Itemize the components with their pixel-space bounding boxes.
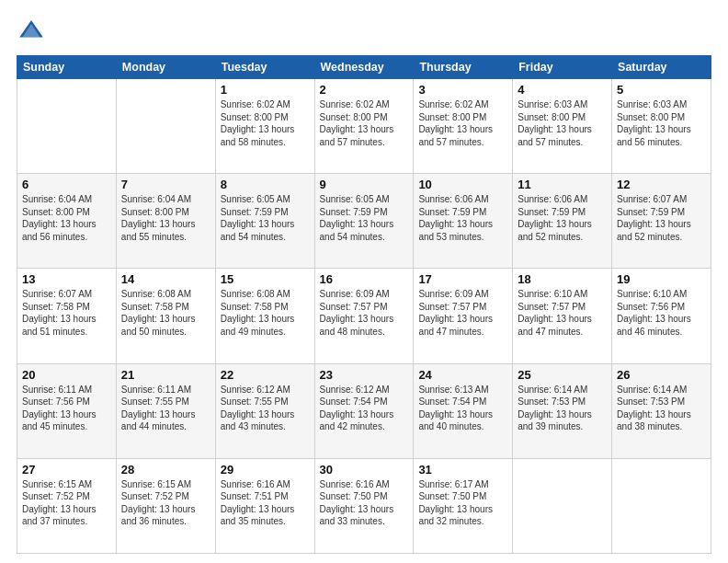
day-number: 27: [22, 463, 111, 477]
day-info: Sunrise: 6:04 AM Sunset: 8:00 PM Dayligh…: [22, 193, 111, 243]
day-info: Sunrise: 6:11 AM Sunset: 7:56 PM Dayligh…: [22, 384, 111, 433]
day-number: 13: [22, 272, 111, 286]
day-number: 31: [418, 463, 507, 477]
calendar-cell: 23Sunrise: 6:12 AM Sunset: 7:54 PM Dayli…: [314, 363, 414, 458]
day-info: Sunrise: 6:02 AM Sunset: 8:00 PM Dayligh…: [418, 98, 507, 148]
day-number: 25: [518, 368, 607, 382]
day-info: Sunrise: 6:07 AM Sunset: 7:59 PM Dayligh…: [617, 193, 706, 243]
day-number: 20: [22, 368, 111, 382]
calendar-week-3: 13Sunrise: 6:07 AM Sunset: 7:58 PM Dayli…: [17, 269, 711, 363]
day-info: Sunrise: 6:15 AM Sunset: 7:52 PM Dayligh…: [121, 478, 210, 528]
weekday-thursday: Thursday: [414, 56, 513, 79]
day-info: Sunrise: 6:02 AM Sunset: 8:00 PM Dayligh…: [221, 98, 310, 148]
day-info: Sunrise: 6:12 AM Sunset: 7:54 PM Dayligh…: [320, 384, 409, 433]
weekday-tuesday: Tuesday: [215, 56, 314, 79]
calendar-cell: 17Sunrise: 6:09 AM Sunset: 7:57 PM Dayli…: [414, 269, 513, 363]
day-info: Sunrise: 6:03 AM Sunset: 8:00 PM Dayligh…: [518, 98, 607, 148]
day-info: Sunrise: 6:05 AM Sunset: 7:59 PM Dayligh…: [320, 193, 409, 243]
logo-icon: [17, 17, 46, 46]
day-info: Sunrise: 6:16 AM Sunset: 7:51 PM Dayligh…: [221, 478, 310, 528]
day-info: Sunrise: 6:13 AM Sunset: 7:54 PM Dayligh…: [418, 384, 507, 433]
calendar-week-5: 27Sunrise: 6:15 AM Sunset: 7:52 PM Dayli…: [17, 458, 711, 553]
day-info: Sunrise: 6:14 AM Sunset: 7:53 PM Dayligh…: [617, 384, 706, 433]
day-number: 24: [418, 368, 507, 382]
logo: [17, 17, 50, 46]
calendar-cell: 21Sunrise: 6:11 AM Sunset: 7:55 PM Dayli…: [116, 363, 215, 458]
day-info: Sunrise: 6:15 AM Sunset: 7:52 PM Dayligh…: [22, 478, 111, 528]
day-number: 21: [121, 368, 210, 382]
weekday-wednesday: Wednesday: [314, 56, 414, 79]
calendar-cell: 8Sunrise: 6:05 AM Sunset: 7:59 PM Daylig…: [215, 174, 314, 269]
calendar-week-1: 1Sunrise: 6:02 AM Sunset: 8:00 PM Daylig…: [17, 79, 711, 174]
day-number: 26: [617, 368, 706, 382]
calendar-table: SundayMondayTuesdayWednesdayThursdayFrid…: [17, 55, 711, 554]
day-info: Sunrise: 6:05 AM Sunset: 7:59 PM Dayligh…: [221, 193, 310, 243]
day-number: 22: [221, 368, 310, 382]
calendar-cell: 5Sunrise: 6:03 AM Sunset: 8:00 PM Daylig…: [612, 79, 711, 174]
calendar-cell: 4Sunrise: 6:03 AM Sunset: 8:00 PM Daylig…: [513, 79, 612, 174]
day-number: 2: [320, 83, 409, 97]
day-number: 4: [518, 83, 607, 97]
calendar-cell: 9Sunrise: 6:05 AM Sunset: 7:59 PM Daylig…: [314, 174, 414, 269]
calendar-cell: 16Sunrise: 6:09 AM Sunset: 7:57 PM Dayli…: [314, 269, 414, 363]
day-number: 10: [418, 178, 507, 191]
day-number: 17: [418, 272, 507, 286]
calendar-cell: [17, 79, 117, 174]
day-number: 11: [518, 178, 607, 191]
day-info: Sunrise: 6:04 AM Sunset: 8:00 PM Dayligh…: [121, 193, 210, 243]
page: SundayMondayTuesdayWednesdayThursdayFrid…: [0, 0, 728, 563]
calendar-cell: 2Sunrise: 6:02 AM Sunset: 8:00 PM Daylig…: [314, 79, 414, 174]
day-number: 1: [221, 83, 310, 97]
calendar-cell: 28Sunrise: 6:15 AM Sunset: 7:52 PM Dayli…: [116, 458, 215, 553]
day-info: Sunrise: 6:08 AM Sunset: 7:58 PM Dayligh…: [121, 288, 210, 338]
calendar-cell: 26Sunrise: 6:14 AM Sunset: 7:53 PM Dayli…: [612, 363, 711, 458]
day-info: Sunrise: 6:10 AM Sunset: 7:57 PM Dayligh…: [518, 288, 607, 338]
weekday-monday: Monday: [116, 56, 215, 79]
calendar-cell: 25Sunrise: 6:14 AM Sunset: 7:53 PM Dayli…: [513, 363, 612, 458]
calendar-cell: 19Sunrise: 6:10 AM Sunset: 7:56 PM Dayli…: [612, 269, 711, 363]
calendar-cell: 6Sunrise: 6:04 AM Sunset: 8:00 PM Daylig…: [17, 174, 117, 269]
calendar-cell: 13Sunrise: 6:07 AM Sunset: 7:58 PM Dayli…: [17, 269, 117, 363]
calendar-cell: [116, 79, 215, 174]
calendar-cell: 12Sunrise: 6:07 AM Sunset: 7:59 PM Dayli…: [612, 174, 711, 269]
day-number: 5: [617, 83, 706, 97]
day-number: 12: [617, 178, 706, 191]
day-info: Sunrise: 6:17 AM Sunset: 7:50 PM Dayligh…: [418, 478, 507, 528]
calendar-cell: 30Sunrise: 6:16 AM Sunset: 7:50 PM Dayli…: [314, 458, 414, 553]
day-info: Sunrise: 6:09 AM Sunset: 7:57 PM Dayligh…: [418, 288, 507, 338]
calendar-cell: 1Sunrise: 6:02 AM Sunset: 8:00 PM Daylig…: [215, 79, 314, 174]
day-number: 9: [320, 178, 409, 191]
day-number: 28: [121, 463, 210, 477]
day-number: 19: [617, 272, 706, 286]
day-info: Sunrise: 6:09 AM Sunset: 7:57 PM Dayligh…: [320, 288, 409, 338]
day-number: 16: [320, 272, 409, 286]
weekday-friday: Friday: [513, 56, 612, 79]
day-info: Sunrise: 6:06 AM Sunset: 7:59 PM Dayligh…: [418, 193, 507, 243]
day-info: Sunrise: 6:12 AM Sunset: 7:55 PM Dayligh…: [221, 384, 310, 433]
calendar-cell: 31Sunrise: 6:17 AM Sunset: 7:50 PM Dayli…: [414, 458, 513, 553]
calendar-cell: 27Sunrise: 6:15 AM Sunset: 7:52 PM Dayli…: [17, 458, 117, 553]
calendar-cell: [513, 458, 612, 553]
day-number: 3: [418, 83, 507, 97]
calendar-cell: 11Sunrise: 6:06 AM Sunset: 7:59 PM Dayli…: [513, 174, 612, 269]
calendar-cell: 20Sunrise: 6:11 AM Sunset: 7:56 PM Dayli…: [17, 363, 117, 458]
day-info: Sunrise: 6:16 AM Sunset: 7:50 PM Dayligh…: [320, 478, 409, 528]
day-info: Sunrise: 6:03 AM Sunset: 8:00 PM Dayligh…: [617, 98, 706, 148]
day-number: 6: [22, 178, 111, 191]
day-info: Sunrise: 6:11 AM Sunset: 7:55 PM Dayligh…: [121, 384, 210, 433]
day-number: 23: [320, 368, 409, 382]
calendar-cell: 24Sunrise: 6:13 AM Sunset: 7:54 PM Dayli…: [414, 363, 513, 458]
calendar-cell: 3Sunrise: 6:02 AM Sunset: 8:00 PM Daylig…: [414, 79, 513, 174]
day-info: Sunrise: 6:14 AM Sunset: 7:53 PM Dayligh…: [518, 384, 607, 433]
day-info: Sunrise: 6:08 AM Sunset: 7:58 PM Dayligh…: [221, 288, 310, 338]
calendar-week-2: 6Sunrise: 6:04 AM Sunset: 8:00 PM Daylig…: [17, 174, 711, 269]
day-number: 14: [121, 272, 210, 286]
calendar-cell: 14Sunrise: 6:08 AM Sunset: 7:58 PM Dayli…: [116, 269, 215, 363]
weekday-saturday: Saturday: [612, 56, 711, 79]
weekday-header-row: SundayMondayTuesdayWednesdayThursdayFrid…: [17, 56, 711, 79]
day-number: 18: [518, 272, 607, 286]
calendar-cell: 7Sunrise: 6:04 AM Sunset: 8:00 PM Daylig…: [116, 174, 215, 269]
day-number: 8: [221, 178, 310, 191]
day-number: 15: [221, 272, 310, 286]
calendar-cell: [612, 458, 711, 553]
